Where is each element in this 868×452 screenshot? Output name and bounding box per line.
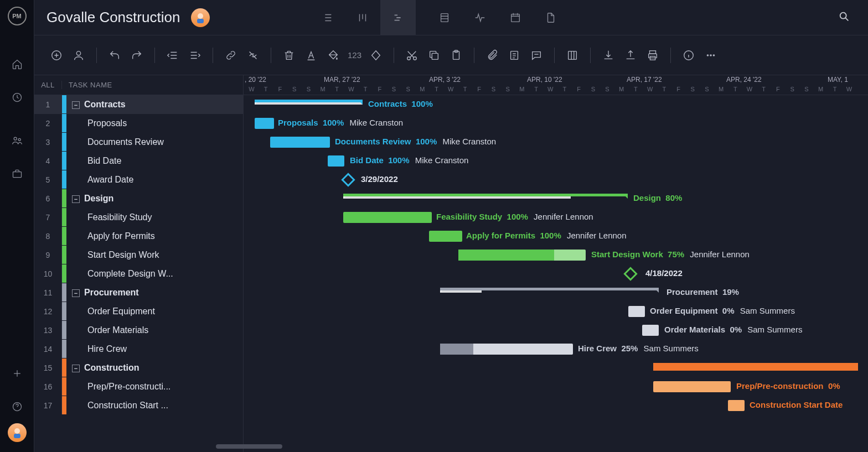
outdent-icon[interactable] [163, 45, 183, 65]
gantt-task-bar[interactable] [642, 325, 659, 336]
timeline-day: M [614, 86, 628, 92]
gantt-milestone[interactable] [623, 267, 637, 280]
team-icon[interactable] [11, 134, 24, 147]
delete-icon[interactable] [279, 45, 299, 65]
task-row[interactable]: 15−Construction [34, 359, 243, 377]
task-row[interactable]: 2Proposals [34, 114, 243, 133]
view-file-icon[interactable] [533, 0, 569, 35]
add-task-icon[interactable] [46, 45, 66, 65]
task-row[interactable]: 3Documents Review [34, 133, 243, 152]
milestone-icon[interactable] [366, 45, 386, 65]
gantt-task-bar[interactable] [440, 344, 573, 355]
number-format-label[interactable]: 123 [345, 50, 364, 60]
column-all[interactable]: ALL [34, 81, 62, 89]
gantt-task-bar[interactable] [255, 118, 274, 129]
import-icon[interactable] [598, 45, 618, 65]
gantt-task-bar[interactable] [728, 400, 745, 411]
paste-icon[interactable] [446, 45, 466, 65]
timeline-day: M [415, 86, 429, 92]
timeline-day: T [529, 86, 543, 92]
text-color-icon[interactable] [301, 45, 321, 65]
task-number: 1 [34, 95, 62, 113]
gantt-summary-bar[interactable] [440, 288, 659, 298]
task-row[interactable]: 4Bid Date [34, 152, 243, 170]
gantt-summary-bar[interactable] [343, 194, 628, 204]
task-row[interactable]: 1−Contracts [34, 95, 243, 114]
task-color-stripe [62, 246, 66, 264]
task-name-label: Feasibility Study [66, 212, 243, 222]
more-icon[interactable] [701, 45, 721, 65]
fill-color-icon[interactable] [323, 45, 343, 65]
briefcase-icon[interactable] [11, 167, 24, 180]
gantt-task-bar[interactable] [628, 306, 645, 317]
collapse-icon[interactable]: − [72, 195, 80, 203]
cut-icon[interactable] [402, 45, 422, 65]
attachment-icon[interactable] [482, 45, 502, 65]
gantt-summary-bar[interactable] [653, 363, 858, 373]
gantt-task-bar[interactable] [270, 137, 330, 148]
columns-icon[interactable] [562, 45, 582, 65]
gantt-task-bar[interactable] [653, 381, 731, 392]
gantt-task-bar[interactable] [328, 155, 344, 167]
task-row[interactable]: 11−Procurement [34, 283, 243, 302]
gantt-task-bar[interactable] [343, 212, 432, 223]
task-row[interactable]: 8Apply for Permits [34, 227, 243, 246]
export-icon[interactable] [621, 45, 640, 65]
gantt-task-bar[interactable] [429, 231, 462, 242]
home-icon[interactable] [11, 58, 24, 71]
search-icon[interactable] [838, 11, 850, 24]
gantt-bar-label: Hire Crew 25% Sam Summers [578, 344, 699, 353]
link-icon[interactable] [221, 45, 241, 65]
view-calendar-icon[interactable] [498, 0, 533, 35]
view-tabs [309, 0, 569, 35]
add-icon[interactable] [11, 367, 24, 380]
svg-rect-20 [569, 51, 577, 59]
gantt-row: 4/18/2022 [244, 264, 868, 283]
comment-icon[interactable] [526, 45, 546, 65]
task-row[interactable]: 14Hire Crew [34, 340, 243, 359]
view-board-icon[interactable] [345, 0, 380, 35]
unlink-icon[interactable] [243, 45, 263, 65]
view-list-icon[interactable] [309, 0, 345, 35]
view-gantt-icon[interactable] [380, 0, 416, 35]
task-row[interactable]: 17Construction Start ... [34, 396, 243, 415]
task-row[interactable]: 6−Design [34, 189, 243, 208]
task-row[interactable]: 12Order Equipment [34, 302, 243, 321]
collapse-icon[interactable]: − [72, 289, 80, 297]
task-number: 3 [34, 133, 62, 151]
svg-point-27 [713, 54, 715, 56]
collapse-icon[interactable]: − [72, 365, 80, 372]
undo-icon[interactable] [105, 45, 125, 65]
view-sheet-icon[interactable] [427, 0, 462, 35]
info-icon[interactable] [679, 45, 699, 65]
redo-icon[interactable] [127, 45, 147, 65]
indent-icon[interactable] [185, 45, 205, 65]
gantt-task-bar[interactable] [458, 250, 586, 261]
svg-point-11 [840, 13, 846, 19]
help-icon[interactable] [11, 400, 24, 413]
task-row[interactable]: 10Complete Design W... [34, 264, 243, 283]
task-number: 17 [34, 396, 62, 414]
user-avatar[interactable] [8, 423, 27, 442]
task-row[interactable]: 5Award Date [34, 170, 243, 189]
column-task-name[interactable]: TASK NAME [62, 81, 243, 89]
collapse-icon[interactable]: − [72, 101, 80, 109]
gantt-milestone[interactable] [341, 173, 355, 186]
copy-icon[interactable] [424, 45, 444, 65]
task-row[interactable]: 13Order Materials [34, 321, 243, 340]
task-color-stripe [62, 95, 66, 113]
gantt-chart[interactable]: , 20 '22 MAR, 27 '22APR, 3 '22APR, 10 '2… [244, 75, 868, 452]
print-icon[interactable] [643, 45, 663, 65]
project-owner-avatar[interactable] [191, 8, 210, 27]
recent-icon[interactable] [11, 91, 24, 104]
gantt-row: Documents Review 100% Mike Cranston [244, 133, 868, 152]
gantt-summary-bar[interactable] [255, 100, 363, 110]
assign-icon[interactable] [69, 45, 89, 65]
horizontal-scrollbar[interactable] [216, 444, 282, 449]
task-row[interactable]: 7Feasibility Study [34, 208, 243, 227]
task-row[interactable]: 16Prep/Pre-constructi... [34, 377, 243, 396]
view-activity-icon[interactable] [462, 0, 498, 35]
task-color-stripe [62, 264, 66, 283]
notes-icon[interactable] [504, 45, 524, 65]
task-row[interactable]: 9Start Design Work [34, 246, 243, 264]
